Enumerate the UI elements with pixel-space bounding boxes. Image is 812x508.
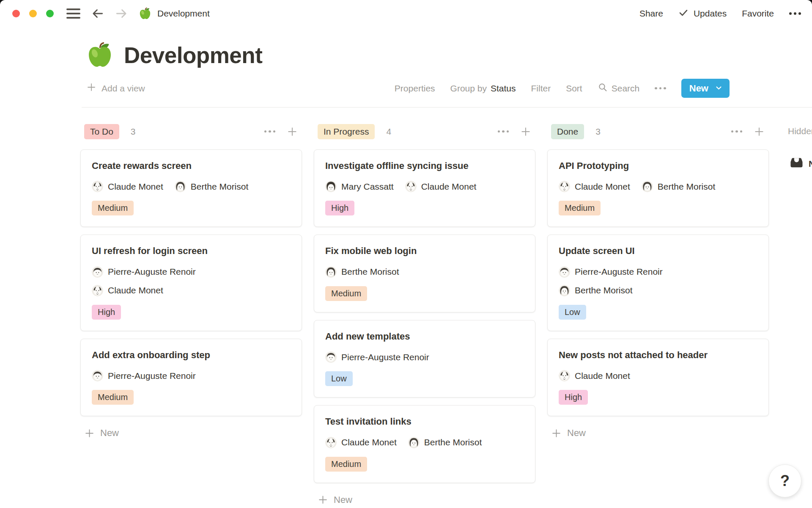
column-status-badge[interactable]: In Progress [318, 124, 375, 139]
back-arrow-icon[interactable] [91, 6, 105, 21]
card-title: API Prototyping [559, 160, 757, 171]
assignee: Berthe Morisot [175, 181, 249, 192]
kanban-card[interactable]: Update screen UI Pierre-Auguste RenoirBe… [547, 235, 769, 331]
hidden-group-no-status[interactable]: No Status [788, 156, 812, 172]
favorite-label: Favorite [742, 8, 774, 19]
favorite-button[interactable]: Favorite [742, 8, 774, 19]
zoom-button[interactable] [46, 10, 54, 17]
new-card-label: New [100, 428, 119, 439]
minimize-button[interactable] [29, 10, 37, 17]
inbox-icon [790, 156, 803, 171]
add-view-button[interactable]: Add a view [86, 82, 145, 94]
column-add-button[interactable] [754, 126, 765, 137]
forward-arrow-icon[interactable] [114, 6, 129, 21]
assignee-name: Berthe Morisot [575, 285, 633, 295]
card-assignees: Pierre-Auguste Renoir [325, 351, 524, 363]
column-status-badge[interactable]: To Do [84, 124, 119, 139]
column-add-button[interactable] [520, 126, 531, 137]
priority-badge: Medium [559, 201, 601, 215]
search-button[interactable]: Search [598, 82, 640, 94]
sort-button[interactable]: Sort [566, 83, 582, 94]
pierre-auguste-renoir-avatar-icon [92, 266, 103, 278]
card-title: Create rewards screen [92, 160, 291, 171]
column-status-badge[interactable]: Done [551, 124, 584, 139]
assignee: Mary Cassatt [325, 181, 394, 192]
kanban-card[interactable]: API Prototyping Claude MonetBerthe Moris… [547, 149, 769, 227]
kanban-card[interactable]: Create rewards screen Claude MonetBerthe… [80, 149, 302, 227]
kanban-card[interactable]: Investigate offline syncing issue Mary C… [314, 149, 535, 227]
priority-badge: Low [325, 371, 353, 386]
assignee-name: Claude Monet [341, 437, 397, 447]
properties-button[interactable]: Properties [395, 83, 435, 94]
kanban-card[interactable]: New posts not attached to header Claude … [547, 339, 769, 416]
share-label: Share [639, 8, 663, 19]
pierre-auguste-renoir-avatar-icon [92, 370, 103, 381]
new-card-button[interactable]: New [314, 491, 535, 508]
ellipsis-icon [264, 130, 276, 133]
updates-button[interactable]: Updates [678, 8, 727, 20]
titlebar: Development Share Updates Favorite [0, 0, 812, 27]
card-title: UI refresh for login screen [92, 246, 291, 257]
kanban-card[interactable]: Add new templates Pierre-Auguste Renoir … [314, 320, 535, 398]
plus-icon [287, 126, 298, 137]
column-add-button[interactable] [287, 126, 298, 137]
assignee-name: Pierre-Auguste Renoir [108, 267, 196, 277]
sidebar-menu-icon[interactable] [66, 6, 81, 21]
column-more-button[interactable] [498, 130, 509, 133]
assignee: Pierre-Auguste Renoir [325, 351, 429, 363]
board-column-to-do: To Do 3 Create rewards screen Claude Mon… [80, 124, 302, 442]
toolbar-actions: Properties Group by Status Filter Sort S… [395, 79, 730, 98]
column-card-count: 3 [131, 127, 136, 137]
claude-monet-avatar-icon [559, 181, 570, 192]
new-card-button[interactable]: New [80, 424, 302, 442]
pierre-auguste-renoir-avatar-icon [559, 266, 570, 278]
column-actions [731, 126, 765, 137]
column-actions [498, 126, 532, 137]
assignee: Berthe Morisot [408, 437, 482, 448]
column-cards: API Prototyping Claude MonetBerthe Moris… [547, 149, 769, 416]
ellipsis-icon [789, 11, 801, 17]
page-icon-green-apple-emoji[interactable] [86, 41, 113, 69]
question-mark-icon: ? [780, 472, 790, 490]
column-more-button[interactable] [264, 130, 276, 133]
card-title: Update screen UI [559, 246, 757, 257]
new-card-label: New [567, 428, 586, 439]
breadcrumb[interactable]: Development [139, 7, 210, 20]
assignee-name: Pierre-Auguste Renoir [108, 371, 196, 381]
assignee-name: Claude Monet [421, 182, 477, 192]
column-more-button[interactable] [731, 130, 743, 133]
more-options-button[interactable] [789, 11, 801, 17]
hidden-columns-header: Hidden columns [788, 124, 812, 136]
assignee: Claude Monet [559, 370, 630, 381]
assignee-name: Berthe Morisot [658, 182, 716, 192]
view-more-button[interactable] [655, 87, 666, 90]
assignee: Pierre-Auguste Renoir [559, 266, 663, 278]
assignee-name: Claude Monet [108, 285, 163, 295]
assignee: Claude Monet [92, 285, 163, 296]
card-title: Fix mobile web login [325, 246, 524, 257]
board-column-done: Done 3 API Prototyping Claude MonetBerth… [547, 124, 769, 442]
close-button[interactable] [12, 10, 20, 17]
kanban-card[interactable]: UI refresh for login screen Pierre-Augus… [80, 235, 302, 331]
group-by-button[interactable]: Group by Status [450, 83, 516, 94]
assignee: Claude Monet [405, 181, 477, 192]
filter-button[interactable]: Filter [531, 83, 551, 94]
assignee-name: Berthe Morisot [424, 437, 482, 447]
board: To Do 3 Create rewards screen Claude Mon… [80, 124, 781, 508]
help-button[interactable]: ? [768, 464, 801, 497]
kanban-card[interactable]: Test invitation links Claude MonetBerthe… [314, 405, 535, 483]
claude-monet-avatar-icon [325, 437, 337, 448]
claude-monet-avatar-icon [559, 370, 570, 381]
share-button[interactable]: Share [639, 8, 663, 19]
card-assignees: Berthe Morisot [325, 266, 524, 278]
kanban-card[interactable]: Add extra onboarding step Pierre-Auguste… [80, 339, 302, 416]
new-button[interactable]: New [681, 79, 730, 98]
priority-badge: High [559, 390, 588, 405]
window-controls [12, 10, 54, 17]
new-card-button[interactable]: New [547, 424, 769, 442]
kanban-card[interactable]: Fix mobile web login Berthe Morisot Medi… [314, 235, 535, 312]
page-header: Development [86, 41, 812, 69]
berthe-morisot-avatar-icon [642, 181, 653, 192]
chevron-down-icon [715, 83, 722, 94]
column-header: To Do 3 [80, 124, 302, 139]
